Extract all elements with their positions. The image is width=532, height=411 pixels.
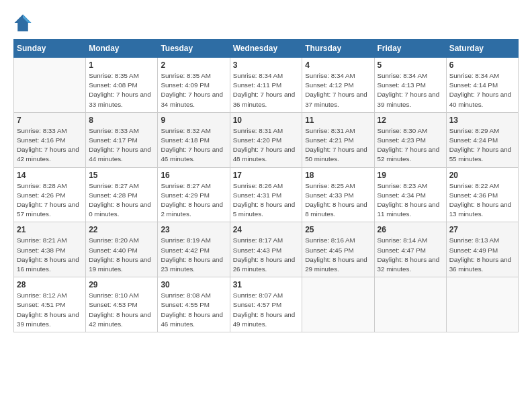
day-info: Sunrise: 8:19 AMSunset: 4:42 PMDaylight:…	[161, 236, 226, 274]
day-info: Sunrise: 8:34 AMSunset: 4:14 PMDaylight:…	[449, 71, 515, 109]
calendar-cell: 14Sunrise: 8:28 AMSunset: 4:26 PMDayligh…	[14, 167, 86, 222]
day-number: 22	[89, 225, 154, 234]
day-number: 14	[17, 171, 83, 180]
day-number: 27	[449, 225, 515, 234]
day-number: 18	[305, 171, 371, 180]
day-info: Sunrise: 8:34 AMSunset: 4:12 PMDaylight:…	[305, 71, 371, 109]
calendar-cell: 19Sunrise: 8:23 AMSunset: 4:34 PMDayligh…	[374, 167, 446, 222]
day-info: Sunrise: 8:23 AMSunset: 4:34 PMDaylight:…	[378, 181, 443, 220]
calendar-cell: 11Sunrise: 8:31 AMSunset: 4:21 PMDayligh…	[302, 112, 374, 167]
day-info: Sunrise: 8:33 AMSunset: 4:17 PMDaylight:…	[89, 126, 154, 165]
day-info: Sunrise: 8:21 AMSunset: 4:38 PMDaylight:…	[17, 236, 83, 274]
calendar-cell: 25Sunrise: 8:16 AMSunset: 4:45 PMDayligh…	[302, 222, 374, 277]
day-number: 3	[233, 60, 300, 70]
day-info: Sunrise: 8:07 AMSunset: 4:57 PMDaylight:…	[233, 291, 300, 329]
calendar-cell: 10Sunrise: 8:31 AMSunset: 4:20 PMDayligh…	[230, 112, 302, 167]
day-info: Sunrise: 8:27 AMSunset: 4:29 PMDaylight:…	[161, 181, 226, 220]
day-number: 13	[449, 116, 515, 125]
day-info: Sunrise: 8:10 AMSunset: 4:53 PMDaylight:…	[89, 291, 154, 329]
calendar-cell: 2Sunrise: 8:35 AMSunset: 4:09 PMDaylight…	[158, 58, 230, 113]
calendar-cell	[302, 277, 374, 332]
calendar-cell: 18Sunrise: 8:25 AMSunset: 4:33 PMDayligh…	[302, 167, 374, 222]
calendar-week-row: 21Sunrise: 8:21 AMSunset: 4:38 PMDayligh…	[14, 222, 519, 277]
day-of-week-header: Monday	[86, 40, 158, 58]
calendar-cell: 22Sunrise: 8:20 AMSunset: 4:40 PMDayligh…	[86, 222, 158, 277]
day-number: 4	[305, 60, 371, 70]
day-info: Sunrise: 8:16 AMSunset: 4:45 PMDaylight:…	[305, 236, 371, 274]
day-info: Sunrise: 8:32 AMSunset: 4:18 PMDaylight:…	[161, 126, 226, 165]
day-number: 17	[233, 171, 300, 180]
calendar-cell	[14, 58, 86, 113]
day-of-week-header: Saturday	[446, 40, 518, 58]
day-info: Sunrise: 8:25 AMSunset: 4:33 PMDaylight:…	[305, 181, 371, 220]
day-of-week-header: Wednesday	[230, 40, 302, 58]
calendar-cell: 6Sunrise: 8:34 AMSunset: 4:14 PMDaylight…	[446, 58, 518, 113]
day-number: 30	[161, 280, 226, 289]
calendar-week-row: 7Sunrise: 8:33 AMSunset: 4:16 PMDaylight…	[14, 112, 519, 167]
day-info: Sunrise: 8:20 AMSunset: 4:40 PMDaylight:…	[89, 236, 154, 274]
day-number: 7	[17, 116, 83, 125]
day-number: 10	[233, 116, 300, 125]
calendar-cell: 28Sunrise: 8:12 AMSunset: 4:51 PMDayligh…	[14, 277, 86, 332]
calendar-cell: 7Sunrise: 8:33 AMSunset: 4:16 PMDaylight…	[14, 112, 86, 167]
calendar-cell: 5Sunrise: 8:34 AMSunset: 4:13 PMDaylight…	[374, 58, 446, 113]
day-info: Sunrise: 8:14 AMSunset: 4:47 PMDaylight:…	[378, 236, 443, 274]
day-info: Sunrise: 8:12 AMSunset: 4:51 PMDaylight:…	[17, 291, 83, 329]
calendar-cell: 8Sunrise: 8:33 AMSunset: 4:17 PMDaylight…	[86, 112, 158, 167]
calendar-cell: 24Sunrise: 8:17 AMSunset: 4:43 PMDayligh…	[230, 222, 302, 277]
calendar-cell	[374, 277, 446, 332]
calendar-cell: 26Sunrise: 8:14 AMSunset: 4:47 PMDayligh…	[374, 222, 446, 277]
calendar-cell: 23Sunrise: 8:19 AMSunset: 4:42 PMDayligh…	[158, 222, 230, 277]
calendar-week-row: 28Sunrise: 8:12 AMSunset: 4:51 PMDayligh…	[14, 277, 519, 332]
day-of-week-header: Sunday	[14, 40, 86, 58]
day-of-week-header: Tuesday	[158, 40, 230, 58]
logo-icon	[13, 13, 32, 32]
calendar-cell: 15Sunrise: 8:27 AMSunset: 4:28 PMDayligh…	[86, 167, 158, 222]
day-info: Sunrise: 8:26 AMSunset: 4:31 PMDaylight:…	[233, 181, 300, 220]
day-number: 1	[89, 60, 154, 70]
day-number: 25	[305, 225, 371, 234]
calendar-cell: 1Sunrise: 8:35 AMSunset: 4:08 PMDaylight…	[86, 58, 158, 113]
calendar-table: SundayMondayTuesdayWednesdayThursdayFrid…	[13, 39, 519, 332]
calendar-cell: 30Sunrise: 8:08 AMSunset: 4:55 PMDayligh…	[158, 277, 230, 332]
day-number: 8	[89, 116, 154, 125]
calendar-week-row: 14Sunrise: 8:28 AMSunset: 4:26 PMDayligh…	[14, 167, 519, 222]
calendar-cell: 12Sunrise: 8:30 AMSunset: 4:23 PMDayligh…	[374, 112, 446, 167]
page-header	[13, 13, 519, 32]
day-number: 31	[233, 280, 300, 289]
calendar-cell: 4Sunrise: 8:34 AMSunset: 4:12 PMDaylight…	[302, 58, 374, 113]
day-number: 29	[89, 280, 154, 289]
logo	[13, 13, 35, 32]
day-of-week-header: Thursday	[302, 40, 374, 58]
calendar-cell: 17Sunrise: 8:26 AMSunset: 4:31 PMDayligh…	[230, 167, 302, 222]
day-info: Sunrise: 8:34 AMSunset: 4:11 PMDaylight:…	[233, 71, 300, 109]
calendar-week-row: 1Sunrise: 8:35 AMSunset: 4:08 PMDaylight…	[14, 58, 519, 113]
day-of-week-header: Friday	[374, 40, 446, 58]
day-number: 21	[17, 225, 83, 234]
day-number: 9	[161, 116, 226, 125]
day-info: Sunrise: 8:31 AMSunset: 4:20 PMDaylight:…	[233, 126, 300, 165]
day-info: Sunrise: 8:29 AMSunset: 4:24 PMDaylight:…	[449, 126, 515, 165]
calendar-header-row: SundayMondayTuesdayWednesdayThursdayFrid…	[14, 40, 519, 58]
day-info: Sunrise: 8:33 AMSunset: 4:16 PMDaylight:…	[17, 126, 83, 165]
calendar-cell: 9Sunrise: 8:32 AMSunset: 4:18 PMDaylight…	[158, 112, 230, 167]
day-info: Sunrise: 8:30 AMSunset: 4:23 PMDaylight:…	[378, 126, 443, 165]
day-info: Sunrise: 8:22 AMSunset: 4:36 PMDaylight:…	[449, 181, 515, 220]
calendar-cell: 20Sunrise: 8:22 AMSunset: 4:36 PMDayligh…	[446, 167, 518, 222]
day-info: Sunrise: 8:17 AMSunset: 4:43 PMDaylight:…	[233, 236, 300, 274]
calendar-cell: 16Sunrise: 8:27 AMSunset: 4:29 PMDayligh…	[158, 167, 230, 222]
day-info: Sunrise: 8:35 AMSunset: 4:09 PMDaylight:…	[161, 71, 226, 109]
day-number: 2	[161, 60, 226, 70]
day-number: 16	[161, 171, 226, 180]
day-number: 24	[233, 225, 300, 234]
calendar-cell: 13Sunrise: 8:29 AMSunset: 4:24 PMDayligh…	[446, 112, 518, 167]
day-info: Sunrise: 8:34 AMSunset: 4:13 PMDaylight:…	[378, 71, 443, 109]
day-number: 12	[378, 116, 443, 125]
day-info: Sunrise: 8:08 AMSunset: 4:55 PMDaylight:…	[161, 291, 226, 329]
day-info: Sunrise: 8:13 AMSunset: 4:49 PMDaylight:…	[449, 236, 515, 274]
day-number: 20	[449, 171, 515, 180]
day-number: 23	[161, 225, 226, 234]
calendar-cell	[446, 277, 518, 332]
day-number: 6	[449, 60, 515, 70]
day-number: 5	[378, 60, 443, 70]
